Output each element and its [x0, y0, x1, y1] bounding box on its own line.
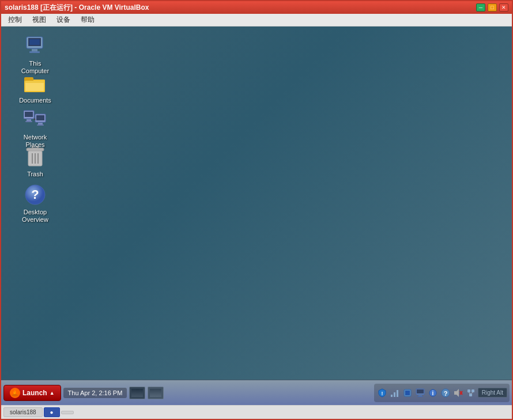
taskbar: Launch ▲ Thu Apr 2, 2:16 PM ! — [1, 380, 512, 405]
tray-icon-5[interactable]: i — [427, 387, 439, 399]
svg-text:?: ? — [31, 187, 39, 202]
desktop-icon-desktop-overview[interactable]: ? DesktopOverview — [12, 181, 58, 226]
system-tray: ! — [374, 384, 510, 402]
svg-line-50 — [471, 392, 473, 393]
svg-rect-8 — [24, 77, 33, 81]
launch-java-icon — [10, 388, 20, 398]
svg-rect-5 — [29, 39, 40, 45]
menu-view[interactable]: 视图 — [28, 14, 51, 26]
svg-line-19 — [34, 119, 35, 120]
svg-point-28 — [12, 394, 18, 396]
tray-icon-3[interactable] — [402, 387, 413, 399]
trash-icon — [24, 145, 47, 168]
maximize-button[interactable]: □ — [488, 3, 497, 12]
svg-rect-34 — [405, 391, 410, 395]
svg-rect-21 — [27, 148, 44, 151]
svg-rect-20 — [32, 146, 38, 148]
bottom-btn-1[interactable]: solaris188 — [3, 407, 43, 417]
display-screen — [131, 389, 143, 397]
taskbar-time: Thu Apr 2, 2:16 PM — [63, 388, 127, 398]
tray-speaker-mute-icon[interactable] — [452, 387, 464, 399]
svg-rect-12 — [25, 112, 33, 117]
svg-marker-43 — [454, 389, 459, 397]
tray-network-icon[interactable] — [465, 387, 477, 399]
tray-shield-icon[interactable]: ! — [376, 387, 388, 399]
title-bar: solaris188 [正在运行] - Oracle VM VirtualBox… — [1, 1, 512, 14]
menu-devices[interactable]: 设备 — [52, 14, 75, 26]
bottom-btn-2[interactable]: ● — [44, 407, 60, 417]
svg-rect-17 — [38, 123, 43, 124]
vm-desktop: This Computer Documents — [1, 27, 512, 380]
network-icon — [24, 108, 47, 131]
tray-help-icon[interactable]: ? — [440, 387, 451, 399]
bottom-strip: solaris188 ● — [1, 405, 512, 419]
menu-bar: 控制 视图 设备 帮助 — [1, 14, 512, 27]
svg-line-49 — [469, 392, 470, 393]
launch-label: Launch — [22, 389, 47, 397]
menu-control[interactable]: 控制 — [3, 14, 27, 26]
svg-rect-10 — [25, 81, 44, 83]
display-screen2 — [150, 389, 161, 397]
tray-monitor-icon[interactable] — [414, 387, 426, 399]
svg-rect-37 — [418, 395, 422, 396]
window-controls: ─ □ ✕ — [476, 3, 508, 12]
window-title: solaris188 [正在运行] - Oracle VM VirtualBox — [5, 3, 149, 13]
tray-network-signal-icon[interactable] — [389, 387, 401, 399]
bottom-btn-3[interactable] — [61, 411, 74, 414]
svg-rect-36 — [417, 389, 424, 393]
svg-rect-16 — [36, 115, 44, 120]
svg-rect-14 — [25, 121, 32, 122]
desktop-overview-icon-label: DesktopOverview — [22, 209, 48, 224]
folder-icon — [24, 71, 47, 94]
close-button[interactable]: ✕ — [499, 3, 508, 12]
taskbar-display-icon[interactable] — [129, 387, 145, 399]
svg-rect-48 — [469, 393, 472, 396]
svg-text:!: ! — [381, 391, 383, 396]
launch-button[interactable]: Launch ▲ — [3, 385, 61, 401]
desktop-icon-trash[interactable]: Trash — [12, 143, 58, 180]
minimize-button[interactable]: ─ — [476, 3, 485, 12]
svg-rect-30 — [391, 395, 393, 397]
svg-rect-47 — [471, 389, 474, 392]
svg-rect-46 — [467, 389, 470, 392]
svg-text:?: ? — [443, 390, 447, 397]
desktop-overview-icon: ? — [24, 183, 47, 206]
taskbar-display-icon2[interactable] — [148, 387, 164, 399]
svg-text:i: i — [432, 390, 433, 396]
svg-rect-13 — [27, 119, 31, 121]
svg-rect-18 — [37, 124, 44, 126]
desktop-icon-documents[interactable]: Documents — [12, 69, 58, 107]
tray-status-text: Right Alt — [482, 389, 503, 396]
svg-rect-31 — [394, 392, 395, 397]
svg-rect-2 — [32, 49, 37, 51]
menu-help[interactable]: 帮助 — [76, 14, 99, 26]
trash-icon-label: Trash — [27, 171, 43, 178]
virtualbox-window: solaris188 [正在运行] - Oracle VM VirtualBox… — [0, 0, 513, 420]
launch-arrow-icon: ▲ — [50, 390, 55, 396]
documents-icon-label: Documents — [19, 97, 51, 104]
svg-rect-3 — [29, 51, 40, 53]
svg-rect-32 — [397, 390, 398, 397]
svg-rect-38 — [417, 396, 423, 397]
computer-icon — [24, 35, 47, 58]
